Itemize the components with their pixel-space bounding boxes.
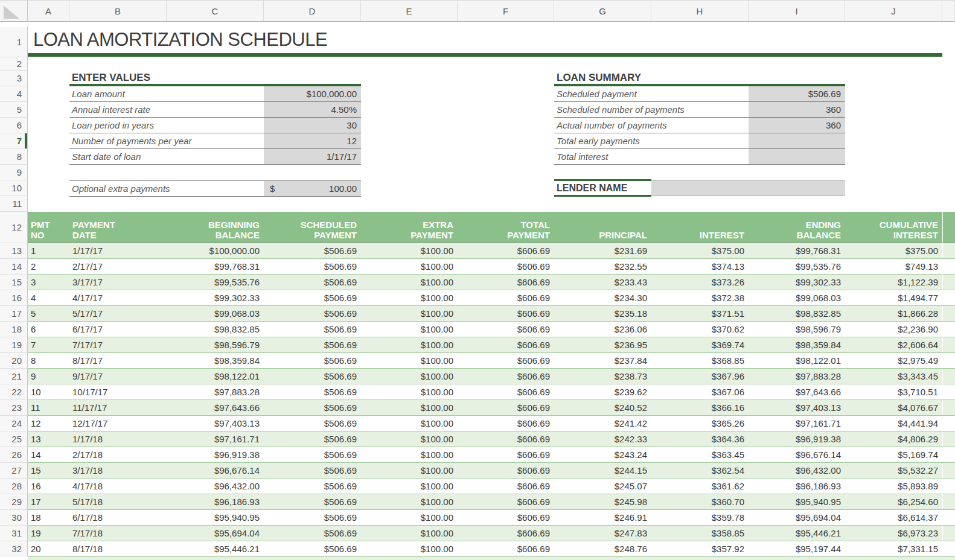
- enter-value-value[interactable]: 30: [264, 118, 361, 133]
- cell[interactable]: $606.69: [458, 306, 554, 321]
- cell[interactable]: $365.26: [651, 416, 749, 431]
- cell[interactable]: $243.24: [554, 447, 651, 462]
- cell[interactable]: $506.69: [264, 431, 361, 447]
- cell[interactable]: 2: [28, 259, 69, 274]
- column-header-j[interactable]: J: [845, 1, 942, 21]
- cell[interactable]: $375.00: [651, 243, 749, 258]
- cell[interactable]: $231.69: [554, 243, 651, 258]
- cell[interactable]: 3/17/17: [69, 275, 167, 290]
- cell[interactable]: $606.69: [458, 510, 554, 525]
- cell[interactable]: $606.69: [458, 494, 554, 509]
- cell[interactable]: $236.95: [554, 337, 651, 352]
- cell[interactable]: $606.69: [458, 431, 554, 447]
- cell[interactable]: 9/17/17: [69, 369, 167, 384]
- cell[interactable]: $245.98: [554, 494, 651, 509]
- cell[interactable]: $363.45: [651, 447, 749, 462]
- cell[interactable]: $100.00: [361, 431, 458, 447]
- cell[interactable]: [942, 479, 954, 494]
- cell[interactable]: [942, 526, 954, 541]
- cell[interactable]: $506.69: [264, 259, 361, 274]
- cell[interactable]: $606.69: [458, 463, 554, 478]
- cell[interactable]: $506.69: [264, 526, 361, 541]
- cell[interactable]: $5,893.89: [845, 479, 942, 494]
- row-header-5[interactable]: 5: [0, 102, 28, 118]
- cell[interactable]: $506.69: [264, 541, 361, 556]
- cell[interactable]: $97,403.13: [749, 400, 845, 415]
- cell[interactable]: $98,832.85: [749, 306, 845, 321]
- cell[interactable]: 5: [28, 306, 69, 321]
- column-header-a[interactable]: A: [28, 1, 69, 21]
- cell[interactable]: $100.00: [361, 275, 458, 290]
- enter-value-value[interactable]: $100,000.00: [264, 86, 361, 101]
- enter-value-label[interactable]: Annual interest rate: [69, 102, 264, 117]
- cell[interactable]: $100.00: [361, 510, 458, 525]
- table-header-payment[interactable]: SCHEDULEDPAYMENT: [264, 212, 361, 243]
- cell[interactable]: $99,068.03: [167, 306, 264, 321]
- cell[interactable]: $606.69: [458, 275, 554, 290]
- cell[interactable]: $100.00: [361, 479, 458, 494]
- cell[interactable]: $100.00: [361, 541, 458, 556]
- cell[interactable]: $97,403.13: [167, 416, 264, 431]
- cell[interactable]: $96,186.93: [167, 494, 264, 509]
- cell[interactable]: $100.00: [361, 400, 458, 415]
- cell[interactable]: $372.38: [651, 290, 749, 305]
- table-header-balance[interactable]: BEGINNINGBALANCE: [167, 212, 264, 243]
- cell[interactable]: $364.36: [651, 431, 749, 447]
- cell[interactable]: $99,535.76: [167, 275, 264, 290]
- loan-summary-value[interactable]: 360: [749, 118, 845, 133]
- enter-value-value[interactable]: 4.50%: [264, 102, 361, 117]
- table-header-interest[interactable]: CUMULATIVEINTEREST: [845, 212, 942, 243]
- cell[interactable]: 8: [28, 353, 69, 368]
- cell[interactable]: $96,919.38: [167, 447, 264, 462]
- cell[interactable]: $234.30: [554, 290, 651, 305]
- cell[interactable]: 4/17/18: [69, 479, 167, 494]
- cell[interactable]: $749.13: [845, 259, 942, 274]
- cell[interactable]: $2,975.49: [845, 353, 942, 368]
- cell[interactable]: 19: [28, 526, 69, 541]
- cell[interactable]: $374.13: [651, 259, 749, 274]
- cell[interactable]: $100.00: [361, 259, 458, 274]
- cell[interactable]: 14: [28, 447, 69, 462]
- cell[interactable]: $367.96: [651, 369, 749, 384]
- column-header-b[interactable]: B: [69, 1, 167, 21]
- cell[interactable]: $96,186.93: [749, 479, 845, 494]
- cell[interactable]: $6,254.60: [845, 494, 942, 509]
- row-header-19[interactable]: 19: [0, 337, 28, 353]
- cell[interactable]: $97,161.71: [749, 416, 845, 431]
- cell[interactable]: 8/17/18: [69, 541, 167, 556]
- cell[interactable]: 6/17/18: [69, 510, 167, 525]
- cell[interactable]: $237.84: [554, 353, 651, 368]
- column-header-i[interactable]: I: [749, 1, 845, 21]
- cell[interactable]: $99,768.31: [167, 259, 264, 274]
- cell[interactable]: $246.91: [554, 510, 651, 525]
- cell[interactable]: $366.16: [651, 400, 749, 415]
- cell[interactable]: $96,432.00: [167, 479, 264, 494]
- cell[interactable]: 6/17/17: [69, 322, 167, 337]
- cell[interactable]: $100.00: [361, 416, 458, 431]
- cell[interactable]: [942, 416, 954, 431]
- cell[interactable]: 11/17/17: [69, 400, 167, 415]
- row-header-3[interactable]: 3: [0, 71, 28, 86]
- cell[interactable]: $2,236.90: [845, 322, 942, 337]
- row-header-23[interactable]: 23: [0, 400, 28, 416]
- cell[interactable]: $506.69: [264, 353, 361, 368]
- cell[interactable]: $238.73: [554, 369, 651, 384]
- row-header-22[interactable]: 22: [0, 384, 28, 400]
- cell[interactable]: $358.85: [651, 526, 749, 541]
- cell[interactable]: $7,331.15: [845, 541, 942, 556]
- cell[interactable]: [942, 275, 954, 290]
- cell[interactable]: 9: [28, 369, 69, 384]
- cell[interactable]: 6: [28, 322, 69, 337]
- cell[interactable]: 2/17/18: [69, 447, 167, 462]
- row-header-28[interactable]: 28: [0, 479, 28, 494]
- loan-summary-value[interactable]: 360: [749, 102, 845, 117]
- cell[interactable]: 7/17/17: [69, 337, 167, 352]
- cell[interactable]: $100.00: [361, 322, 458, 337]
- cell[interactable]: $506.69: [264, 416, 361, 431]
- cell[interactable]: $100.00: [361, 337, 458, 352]
- cell[interactable]: $606.69: [458, 243, 554, 258]
- enter-value-label[interactable]: Loan amount: [69, 86, 264, 101]
- cell[interactable]: $369.74: [651, 337, 749, 352]
- cell[interactable]: $240.52: [554, 400, 651, 415]
- cell[interactable]: $98,359.84: [167, 353, 264, 368]
